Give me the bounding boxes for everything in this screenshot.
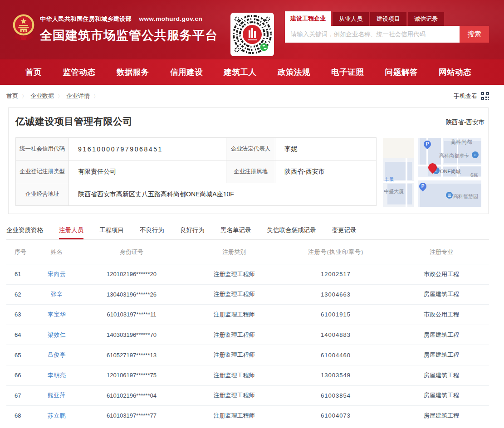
person-name-link[interactable]: 熊亚萍 bbox=[41, 391, 73, 399]
map-label: ONE尚城 bbox=[440, 168, 461, 175]
row-cell: 房屋建筑工程 bbox=[394, 391, 489, 399]
row-cell: 130403196******26 bbox=[73, 291, 191, 298]
row-cell: 67 bbox=[6, 392, 41, 399]
search-input[interactable] bbox=[285, 26, 460, 43]
row-cell: 63 bbox=[6, 311, 41, 318]
nav-item-数据服务[interactable]: 数据服务 bbox=[117, 67, 149, 78]
nav-item-政策法规[interactable]: 政策法规 bbox=[278, 67, 310, 78]
row-cell: 房屋建筑工程 bbox=[394, 371, 489, 379]
breadcrumb-item-企业详情[interactable]: 企业详情 bbox=[66, 92, 90, 100]
row-cell: 注册监理工程师 bbox=[191, 331, 278, 339]
tab-失信联合惩戒记录[interactable]: 失信联合惩戒记录 bbox=[267, 222, 316, 239]
field-value: 916100007979068451 bbox=[69, 138, 226, 160]
person-name-link[interactable]: 宋向云 bbox=[41, 270, 73, 278]
map-poi-icon: ⌂ bbox=[472, 151, 479, 158]
search-tab-诚信记录[interactable]: 诚信记录 bbox=[408, 12, 444, 26]
column-header-姓名: 姓名 bbox=[41, 248, 73, 256]
row-cell: 66 bbox=[6, 372, 41, 379]
breadcrumb: 首页〉企业数据〉企业详情〉 bbox=[6, 92, 454, 100]
table-body: 61宋向云120102196******20注册监理工程师12002517市政公… bbox=[6, 264, 489, 426]
map-label: 高科智慧园 bbox=[453, 193, 478, 200]
person-name-link[interactable]: 李宝华 bbox=[41, 311, 73, 319]
row-cell: 市政公用工程 bbox=[394, 270, 489, 278]
map-poi-icon: ▥ bbox=[446, 192, 453, 199]
field-label: 企业注册属地 bbox=[226, 160, 275, 183]
person-name-link[interactable]: 张辛 bbox=[41, 290, 73, 298]
row-cell: 房屋建筑工程 bbox=[394, 412, 489, 420]
row-cell: 注册监理工程师 bbox=[191, 351, 278, 359]
row-cell: 68 bbox=[6, 412, 41, 419]
row-cell: 610527197******13 bbox=[73, 352, 191, 359]
row-cell: 120102196******20 bbox=[73, 271, 191, 277]
table-row: 64梁效仁140303196******70注册监理工程师14004883房屋建… bbox=[6, 325, 489, 345]
tab-注册人员[interactable]: 注册人员 bbox=[59, 222, 83, 239]
field-value: 李妮 bbox=[275, 138, 377, 160]
mobile-view-label[interactable]: 手机查看 bbox=[454, 92, 477, 100]
row-cell: 房屋建筑工程 bbox=[394, 331, 489, 339]
map-label: 丰巢 bbox=[384, 176, 394, 183]
breadcrumb-bar: 首页〉企业数据〉企业详情〉 手机查看 bbox=[0, 85, 504, 107]
field-label: 企业经营地址 bbox=[16, 183, 69, 206]
company-info-table: 统一社会信用代码 916100007979068451 企业法定代表人 李妮 企… bbox=[15, 137, 377, 206]
person-name-link[interactable]: 吕俊亭 bbox=[41, 351, 73, 359]
map-label: 高科尚都 bbox=[450, 138, 472, 146]
nav-item-电子证照[interactable]: 电子证照 bbox=[331, 67, 364, 78]
tab-变更记录[interactable]: 变更记录 bbox=[332, 222, 357, 239]
nav-item-建筑工人[interactable]: 建筑工人 bbox=[224, 67, 257, 78]
breadcrumb-separator: 〉 bbox=[22, 93, 27, 100]
nav-item-信用建设[interactable]: 信用建设 bbox=[170, 67, 203, 78]
column-header-注册专业: 注册专业 bbox=[394, 248, 489, 256]
breadcrumb-item-企业数据[interactable]: 企业数据 bbox=[30, 92, 54, 100]
row-cell: 房屋建筑工程 bbox=[394, 290, 489, 298]
table-row: 67熊亚萍610102196******04注册监理工程师61003854房屋建… bbox=[6, 386, 489, 406]
person-name-link[interactable]: 李明亮 bbox=[41, 371, 73, 379]
qr-code bbox=[230, 13, 274, 56]
row-cell: 62 bbox=[6, 291, 41, 298]
row-cell: 61001915 bbox=[278, 311, 394, 318]
search-tab-建设项目[interactable]: 建设项目 bbox=[370, 12, 406, 26]
company-card: 亿诚建设项目管理有限公司 陕西省-西安市 统一社会信用代码 9161000079… bbox=[8, 107, 489, 214]
nav-item-问题解答[interactable]: 问题解答 bbox=[385, 67, 418, 78]
column-header-注册号(执业印章号): 注册号(执业印章号) bbox=[278, 248, 394, 256]
tab-不良行为[interactable]: 不良行为 bbox=[140, 222, 164, 239]
row-cell: 注册监理工程师 bbox=[191, 371, 278, 379]
section-tabs: 企业资质资格注册人员工程项目不良行为良好行为黑名单记录失信联合惩戒记录变更记录 bbox=[6, 222, 489, 240]
row-cell: 65 bbox=[6, 352, 41, 359]
ministry-name: 中华人民共和国住房和城乡建设部 bbox=[40, 15, 132, 22]
row-cell: 140303196******70 bbox=[73, 331, 191, 338]
row-cell: 610103197******11 bbox=[73, 311, 191, 318]
nav-item-监管动态[interactable]: 监管动态 bbox=[63, 67, 95, 78]
row-cell: 注册监理工程师 bbox=[191, 412, 278, 420]
tab-良好行为[interactable]: 良好行为 bbox=[180, 222, 205, 239]
tab-企业资质资格[interactable]: 企业资质资格 bbox=[6, 222, 43, 239]
person-name-link[interactable]: 苏立鹏 bbox=[41, 412, 73, 420]
tab-黑名单记录[interactable]: 黑名单记录 bbox=[220, 222, 251, 239]
row-cell: 房屋建筑工程 bbox=[394, 351, 489, 359]
row-cell: 注册监理工程师 bbox=[191, 270, 278, 278]
nav-item-网站动态[interactable]: 网站动态 bbox=[439, 67, 471, 78]
person-name-link[interactable]: 梁效仁 bbox=[41, 331, 73, 339]
site-header: 中华人民共和国住房和城乡建设部www.mohurd.gov.cn 全国建筑市场监… bbox=[0, 0, 504, 59]
main-nav: 首页监管动态数据服务信用建设建筑工人政策法规电子证照问题解答网站动态 bbox=[0, 59, 504, 85]
row-cell: 64 bbox=[6, 331, 41, 338]
breadcrumb-item-首页[interactable]: 首页 bbox=[6, 92, 18, 100]
field-value: 有限责任公司 bbox=[69, 160, 226, 183]
row-cell: 610102196******04 bbox=[73, 392, 191, 399]
tab-工程项目[interactable]: 工程项目 bbox=[99, 222, 124, 239]
qr-mini-icon[interactable] bbox=[481, 92, 489, 100]
search-button[interactable]: 搜索 bbox=[460, 26, 489, 43]
nav-item-首页[interactable]: 首页 bbox=[25, 67, 42, 78]
map-label: 高科尚都摩卡 bbox=[439, 152, 469, 159]
row-cell: 120106197******75 bbox=[73, 372, 191, 379]
website-url: www.mohurd.gov.cn bbox=[139, 15, 203, 22]
platform-title: 全国建筑市场监管公共服务平台 bbox=[40, 27, 218, 44]
column-header-序号: 序号 bbox=[6, 248, 41, 256]
search-tab-从业人员[interactable]: 从业人员 bbox=[333, 12, 369, 26]
row-cell: 市政公用工程 bbox=[394, 311, 489, 319]
field-value: 陕西省西安市高新区丈八五路高科尚都ONE尚城A座10F bbox=[69, 183, 377, 206]
map-thumbnail[interactable]: 高科尚都 高科尚都摩卡 ⌂ ONE尚城 ⌂ 6栋 丰巢 中盛大厦 高科智慧园 ▥ bbox=[383, 138, 481, 207]
map-label: 中盛大厦 bbox=[384, 188, 404, 195]
parking-icon bbox=[418, 181, 428, 192]
row-cell: 610103197******77 bbox=[73, 412, 191, 419]
search-tab-建设工程企业[interactable]: 建设工程企业 bbox=[285, 11, 331, 26]
